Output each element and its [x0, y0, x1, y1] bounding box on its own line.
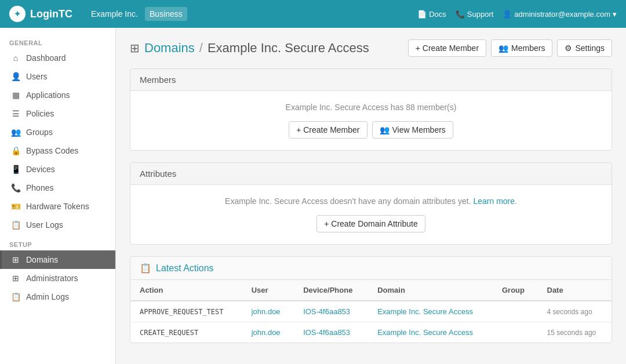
sidebar-item-label: Admin Logs [26, 292, 69, 301]
brand-name: LoginTC [30, 8, 72, 20]
general-section-title: GENERAL [0, 32, 115, 49]
device-link[interactable]: IOS-4f6aa853 [303, 328, 350, 337]
view-members-label: View Members [392, 125, 446, 134]
view-members-icon: 👥 [380, 125, 390, 134]
members-panel-body: Example Inc. Secure Access has 88 member… [130, 91, 612, 150]
timestamp-link[interactable]: 4 seconds ago [547, 308, 592, 316]
breadcrumb-separator: / [199, 41, 203, 56]
docs-link[interactable]: 📄 Docs [417, 10, 446, 19]
action-cell: CREATE_REQUEST [130, 322, 242, 343]
col-device: Device/Phone [294, 280, 368, 301]
sidebar-item-policies[interactable]: ☰ Policies [0, 104, 115, 123]
user-link[interactable]: john.doe [252, 328, 281, 337]
table-row: APPROVE_REQUEST_TEST john.doe IOS-4f6aa8… [130, 301, 612, 322]
user-menu-chevron: ▾ [613, 10, 617, 19]
action-code: CREATE_REQUEST [140, 329, 198, 337]
current-domain-name: Example Inc. Secure Access [208, 41, 369, 56]
user-menu-link[interactable]: 👤 administrator@example.com ▾ [503, 10, 617, 19]
policies-icon: ☰ [11, 109, 20, 118]
sidebar-item-administrators[interactable]: ⊞ Administrators [0, 269, 115, 287]
col-user: User [242, 280, 294, 301]
sidebar-item-label: Devices [26, 165, 55, 174]
sidebar: GENERAL ⌂ Dashboard 👤 Users ▦ Applicatio… [0, 28, 116, 364]
settings-icon: ⚙ [565, 43, 572, 53]
sidebar-item-dashboard[interactable]: ⌂ Dashboard [0, 49, 115, 67]
create-member-header-button[interactable]: + Create Member [408, 39, 486, 57]
plan-link[interactable]: Business [145, 7, 187, 21]
latest-actions-table: Action User Device/Phone Domain Group Da… [130, 280, 612, 343]
setup-section-title: SETUP [0, 234, 115, 250]
sidebar-item-label: Dashboard [26, 53, 66, 63]
docs-icon: 📄 [417, 10, 427, 19]
sidebar-item-bypass-codes[interactable]: 🔒 Bypass Codes [0, 141, 115, 160]
sidebar-item-label: Administrators [26, 274, 78, 283]
group-cell [493, 301, 538, 322]
sidebar-item-applications[interactable]: ▦ Applications [0, 86, 115, 104]
domains-breadcrumb-link[interactable]: Domains [144, 41, 195, 56]
user-logs-icon: 📋 [11, 220, 20, 230]
sidebar-item-label: Applications [26, 90, 70, 100]
sidebar-item-label: User Logs [26, 220, 63, 230]
create-member-button[interactable]: + Create Member [289, 121, 367, 139]
device-cell: IOS-4f6aa853 [294, 301, 368, 322]
bypass-codes-icon: 🔒 [11, 146, 20, 155]
group-cell [493, 322, 538, 343]
create-domain-attribute-button[interactable]: + Create Domain Attribute [316, 215, 425, 232]
learn-more-link[interactable]: Learn more [473, 196, 515, 206]
timestamp-link[interactable]: 15 seconds ago [547, 329, 596, 337]
domain-link[interactable]: Example Inc. Secure Access [377, 328, 473, 337]
admin-logs-icon: 📋 [11, 292, 20, 301]
settings-header-button[interactable]: ⚙ Settings [557, 39, 612, 57]
sidebar-item-user-logs[interactable]: 📋 User Logs [0, 216, 115, 234]
timestamp: 15 seconds ago [547, 329, 596, 337]
domain-link[interactable]: Example Inc. Secure Access [377, 307, 473, 316]
org-name-link[interactable]: Example Inc. [86, 7, 143, 21]
sidebar-item-phones[interactable]: 📞 Phones [0, 179, 115, 197]
user-cell: john.doe [242, 322, 294, 343]
latest-actions-header: 📋 Latest Actions [130, 257, 612, 280]
phones-icon: 📞 [11, 183, 20, 192]
attributes-actions: + Create Domain Attribute [142, 215, 600, 232]
col-group: Group [493, 280, 538, 301]
brand-logo[interactable]: ✦ LoginTC [9, 6, 72, 22]
sidebar-item-users[interactable]: 👤 Users [0, 67, 115, 86]
date-cell: 4 seconds ago [538, 301, 612, 322]
sidebar-item-devices[interactable]: 📱 Devices [0, 160, 115, 179]
sidebar-item-domains[interactable]: ⊞ Domains [0, 250, 115, 269]
table-header-row: Action User Device/Phone Domain Group Da… [130, 280, 612, 301]
right-links: 📄 Docs 📞 Support 👤 administrator@example… [417, 10, 617, 19]
sidebar-item-admin-logs[interactable]: 📋 Admin Logs [0, 287, 115, 306]
header-actions: + Create Member 👥 Members ⚙ Settings [408, 39, 612, 57]
members-header-button[interactable]: 👥 Members [491, 39, 552, 57]
docs-label: Docs [429, 10, 446, 19]
sidebar-item-label: Phones [26, 183, 53, 192]
sidebar-item-hardware-tokens[interactable]: 🎫 Hardware Tokens [0, 197, 115, 216]
col-date: Date [538, 280, 612, 301]
brand-icon: ✦ [9, 6, 26, 22]
main-content: ⊞ Domains / Example Inc. Secure Access +… [116, 28, 626, 364]
device-cell: IOS-4f6aa853 [294, 322, 368, 343]
sidebar-item-groups[interactable]: 👥 Groups [0, 123, 115, 141]
user-email: administrator@example.com [514, 10, 610, 19]
attributes-info-text: Example Inc. Secure Access doesn't have … [142, 196, 600, 206]
sidebar-item-label: Policies [26, 109, 54, 118]
users-icon: 👤 [11, 72, 20, 81]
timestamp: 4 seconds ago [547, 308, 592, 316]
view-members-button[interactable]: 👥 View Members [372, 121, 453, 139]
support-icon: 📞 [456, 10, 465, 19]
latest-actions-icon: 📋 [140, 263, 151, 274]
org-links: Example Inc. Business [86, 7, 417, 21]
support-label: Support [467, 10, 494, 19]
groups-icon: 👥 [11, 128, 20, 137]
settings-btn-label: Settings [575, 43, 605, 53]
attributes-panel-body: Example Inc. Secure Access doesn't have … [130, 185, 612, 244]
support-link[interactable]: 📞 Support [456, 10, 494, 19]
table-header: Action User Device/Phone Domain Group Da… [130, 280, 612, 301]
page-title: ⊞ Domains / Example Inc. Secure Access [130, 41, 369, 56]
dashboard-icon: ⌂ [11, 53, 20, 63]
user-link[interactable]: john.doe [252, 307, 281, 316]
members-actions: + Create Member 👥 View Members [142, 121, 600, 139]
sidebar-item-label: Bypass Codes [26, 146, 78, 155]
members-panel: Members Example Inc. Secure Access has 8… [130, 68, 612, 151]
device-link[interactable]: IOS-4f6aa853 [303, 307, 350, 316]
